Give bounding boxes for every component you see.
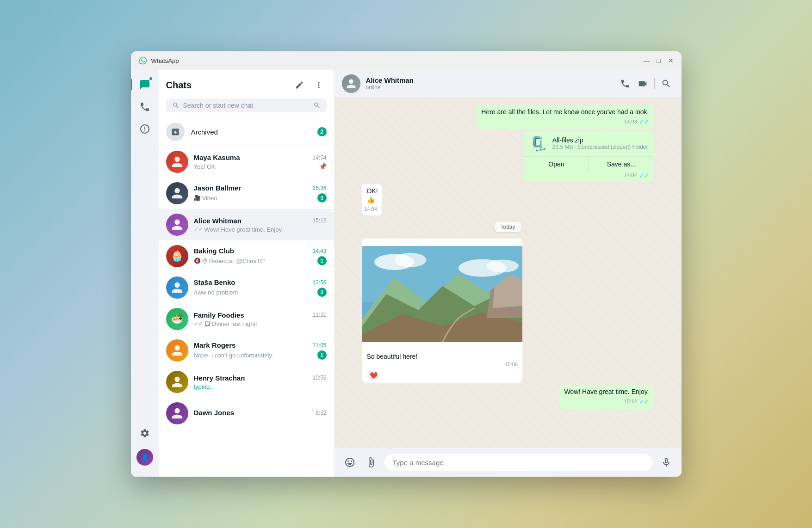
chat-name-alice: Alice Whitman — [194, 217, 242, 225]
chat-list: Maya Kasuma 14:54 Yes! OK 📌 — [159, 146, 334, 477]
chat-name-dawn: Dawn Jones — [194, 409, 235, 417]
file-time: 14:04 — [624, 172, 637, 179]
chat-time-henry: 10:56 — [312, 375, 326, 381]
chat-item-baking[interactable]: 🧁 Baking Club 14:43 🔇 @ Rebecca: @Chris … — [159, 240, 334, 272]
chat-time-mark: 11:05 — [312, 342, 326, 349]
chat-item-dawn[interactable]: Dawn Jones 8:32 — [159, 398, 334, 429]
chat-name-jason: Jason Ballmer — [194, 184, 242, 192]
file-content: 🗜️ All-files.zip 23.5 MB · Compressed (z… — [524, 131, 654, 157]
messages-area: Here are all the files. Let me know once… — [335, 98, 682, 448]
new-chat-button[interactable] — [291, 77, 307, 93]
chat-info-stasa: Staša Benko 13:56 Aww no problem. 2 — [194, 278, 327, 297]
chats-heading: Chats — [166, 80, 192, 91]
chat-name-baking: Baking Club — [194, 247, 235, 255]
save-file-button[interactable]: Save as... — [589, 157, 653, 172]
pin-icon-maya: 📌 — [319, 163, 327, 170]
avatar-dawn — [166, 402, 188, 424]
chat-info-mark: Mark Rogers 11:05 Nope. I can't go unfor… — [194, 341, 327, 360]
chat-list-panel: Chats — [159, 70, 335, 477]
chat-list-actions — [291, 77, 327, 93]
open-file-button[interactable]: Open — [524, 157, 589, 172]
chat-info-maya: Maya Kasuma 14:54 Yes! OK 📌 — [194, 153, 327, 170]
avatar-maya — [166, 151, 188, 173]
message-time-m6: 15:12 — [624, 398, 637, 405]
file-check: ✓✓ — [639, 172, 649, 179]
message-check-m1: ✓✓ — [639, 118, 649, 126]
chat-time-alice: 15:12 — [312, 217, 326, 224]
icon-sidebar: 👤 — [131, 70, 159, 477]
sidebar-icon-chats[interactable] — [135, 74, 155, 95]
unread-badge-mark: 1 — [317, 350, 327, 360]
avatar-jason — [166, 182, 188, 204]
search-input[interactable] — [183, 102, 310, 109]
titlebar: WhatsApp — □ ✕ — [131, 51, 682, 70]
search-chat-button[interactable] — [658, 76, 674, 92]
contact-status: online — [366, 84, 612, 91]
chat-name-stasa: Staša Benko — [194, 278, 236, 286]
file-name: All-files.zip — [552, 136, 648, 144]
chat-item-maya[interactable]: Maya Kasuma 14:54 Yes! OK 📌 — [159, 146, 334, 178]
chat-preview-henry: typing... — [194, 383, 327, 390]
app-body: 👤 Chats — [131, 70, 682, 477]
archived-icon — [166, 123, 185, 141]
chat-name-mark: Mark Rogers — [194, 341, 236, 349]
chats-badge — [149, 76, 153, 81]
app-title: WhatsApp — [151, 57, 644, 64]
sidebar-icon-settings[interactable] — [135, 423, 155, 443]
sidebar-icon-status[interactable] — [135, 119, 155, 139]
svg-point-3 — [394, 253, 426, 267]
chat-item-jason[interactable]: Jason Ballmer 15:26 🎥 Video 3 — [159, 178, 334, 209]
message-m5: So beautiful here! 15:06 ❤️ — [362, 239, 523, 383]
unread-badge-baking: 1 — [317, 256, 327, 265]
message-text-m6: Wow! Have great time. Enjoy. — [564, 388, 649, 395]
unread-badge-jason: 3 — [317, 193, 327, 203]
emoji-button[interactable] — [342, 454, 358, 470]
date-separator: Today — [362, 222, 654, 232]
chat-time-family: 11:21 — [312, 312, 326, 318]
photo-image — [362, 239, 523, 350]
chat-item-stasa[interactable]: Staša Benko 13:56 Aww no problem. 2 — [159, 272, 334, 303]
video-call-button[interactable] — [635, 76, 651, 92]
image-caption: So beautiful here! 15:06 — [362, 350, 523, 370]
chat-input-bar — [335, 448, 682, 477]
avatar-mark — [166, 339, 188, 362]
maximize-button[interactable]: □ — [656, 57, 662, 64]
chat-item-henry[interactable]: Henry Strachan 10:56 typing... — [159, 366, 334, 398]
file-actions: Open Save as... — [524, 157, 654, 172]
close-button[interactable]: ✕ — [668, 57, 674, 64]
search-icon — [172, 102, 180, 109]
archived-label: Archived — [191, 128, 311, 136]
reaction-heart[interactable]: ❤️ — [367, 371, 380, 380]
chat-item-alice[interactable]: Alice Whitman 15:12 ✓✓ Wow! Have great t… — [159, 209, 334, 240]
chat-time-baking: 14:43 — [312, 248, 326, 254]
chat-time-stasa: 13:56 — [312, 279, 326, 286]
message-text-m3: OK! 👍 — [367, 187, 378, 204]
chat-name-family: Family Foodies — [194, 311, 244, 319]
voice-message-button[interactable] — [658, 454, 674, 470]
chat-item-family[interactable]: 🍜 Family Foodies 11:21 ✓✓ 🖼 Dinner last … — [159, 303, 334, 335]
voice-call-button[interactable] — [617, 76, 633, 92]
message-m2: 🗜️ All-files.zip 23.5 MB · Compressed (z… — [524, 131, 654, 182]
chat-item-mark[interactable]: Mark Rogers 11:05 Nope. I can't go unfor… — [159, 335, 334, 366]
chat-list-header: Chats — [159, 70, 334, 118]
sidebar-icon-calls[interactable] — [135, 97, 155, 117]
minimize-button[interactable]: — — [644, 57, 650, 64]
chat-header-avatar[interactable] — [342, 74, 360, 93]
archived-row[interactable]: Archived 2 — [159, 118, 334, 146]
avatar-henry — [166, 371, 188, 393]
chat-preview-mark: Nope. I can't go unfortunately. — [194, 352, 317, 359]
chat-header-actions — [617, 76, 674, 92]
message-m6: Wow! Have great time. Enjoy. 15:12 ✓✓ — [559, 385, 653, 409]
chat-preview-baking: 🔇 @ Rebecca: @Chris R? — [194, 258, 317, 264]
chat-preview-jason: 🎥 Video — [194, 195, 317, 202]
chat-window: Alice Whitman online — [335, 70, 682, 477]
sidebar-icon-profile[interactable]: 👤 — [135, 447, 155, 467]
message-time-m1: 14:03 — [624, 118, 637, 125]
chat-info-henry: Henry Strachan 10:56 typing... — [194, 374, 327, 390]
more-options-button[interactable] — [311, 77, 327, 93]
message-input[interactable] — [384, 454, 653, 471]
attach-button[interactable] — [363, 454, 379, 470]
svg-point-5 — [486, 260, 518, 273]
unread-badge-stasa: 2 — [317, 288, 327, 297]
header-divider — [654, 78, 655, 89]
